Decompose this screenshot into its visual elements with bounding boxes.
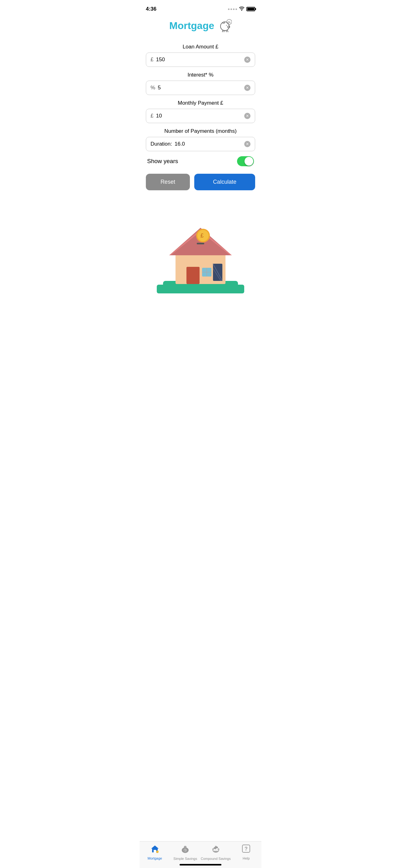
interest-field[interactable]: % ✕ [146, 81, 255, 95]
svg-line-8 [224, 30, 224, 32]
svg-point-3 [229, 27, 229, 27]
svg-rect-14 [157, 285, 175, 293]
toggle-knob [244, 157, 253, 165]
calculate-button[interactable]: Calculate [194, 174, 255, 190]
svg-point-4 [223, 22, 225, 24]
monthly-payment-input[interactable] [156, 113, 244, 119]
svg-text:%: % [228, 21, 231, 24]
duration-value: 16.0 [175, 141, 244, 147]
loan-amount-prefix: £ [151, 57, 153, 63]
header: Mortgage [140, 14, 261, 36]
status-bar: 4:36 [140, 0, 261, 14]
interest-input[interactable] [158, 85, 244, 91]
loan-amount-field[interactable]: £ ✕ [146, 53, 255, 67]
interest-prefix: % [151, 85, 155, 91]
interest-label: Interest* % [146, 72, 255, 78]
loan-amount-clear[interactable]: ✕ [244, 57, 250, 63]
status-time: 4:36 [146, 6, 157, 12]
show-years-label: Show years [147, 158, 178, 165]
monthly-payment-field[interactable]: £ ✕ [146, 109, 255, 123]
signal-icon [228, 8, 237, 10]
svg-rect-27 [197, 243, 204, 244]
piggy-bank-icon: % [218, 19, 232, 32]
show-years-row: Show years [146, 151, 255, 169]
svg-point-2 [228, 27, 229, 27]
duration-clear[interactable]: ✕ [244, 141, 250, 147]
button-row: Reset Calculate [146, 174, 255, 190]
svg-line-10 [227, 30, 228, 32]
page-title: Mortgage [169, 20, 214, 32]
duration-prefix: Duration: [151, 141, 172, 147]
svg-line-7 [222, 30, 223, 32]
house-svg: £ [151, 206, 250, 300]
interest-clear[interactable]: ✕ [244, 85, 250, 91]
monthly-payment-label: Monthly Payment £ [146, 100, 255, 106]
status-icons [228, 6, 255, 12]
svg-rect-20 [187, 267, 200, 284]
form-container: Loan Amount £ £ ✕ Interest* % % ✕ Monthl… [140, 36, 261, 200]
monthly-payment-prefix: £ [151, 113, 153, 119]
wifi-icon [239, 6, 244, 12]
battery-icon [246, 7, 255, 11]
svg-point-6 [226, 25, 227, 26]
duration-field[interactable]: Duration: 16.0 ✕ [146, 137, 255, 151]
svg-text:£: £ [201, 232, 204, 239]
reset-button[interactable]: Reset [146, 174, 190, 190]
show-years-toggle[interactable] [237, 156, 254, 166]
monthly-payment-clear[interactable]: ✕ [244, 113, 250, 119]
house-illustration: £ [140, 200, 261, 300]
loan-amount-label: Loan Amount £ [146, 44, 255, 50]
loan-amount-input[interactable] [156, 57, 244, 63]
num-payments-label: Number of Payments (months) [146, 128, 255, 134]
svg-rect-15 [226, 285, 244, 293]
